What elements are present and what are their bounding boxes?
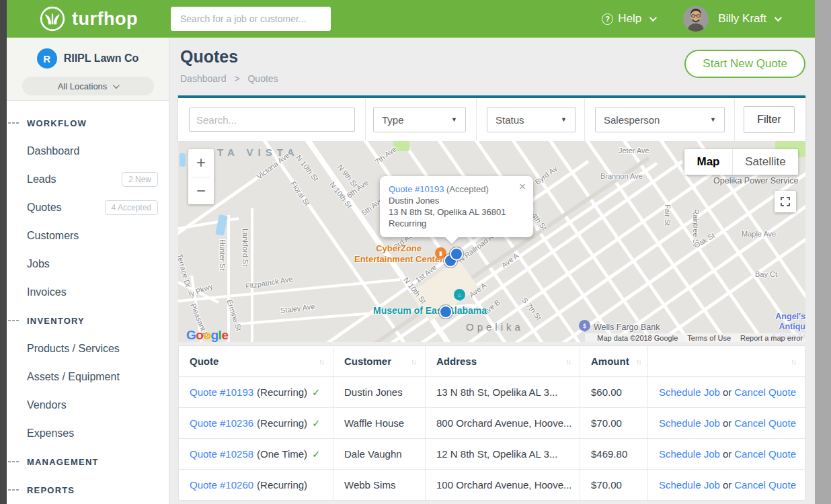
schedule-job-link[interactable]: Schedule Job [659, 386, 720, 398]
map-attribution: Map data ©2018 Google Terms of Use Repor… [585, 333, 805, 342]
quote-link[interactable]: Quote #10258 [190, 448, 253, 460]
quote-map-marker[interactable] [439, 305, 452, 319]
global-search-input[interactable] [171, 7, 331, 31]
sidebar-item-dashboard[interactable]: Dashboard [7, 137, 169, 165]
sidebar-item-quotes[interactable]: Quotes4 Accepted [7, 194, 169, 222]
sidebar-item-label: Products / Services [27, 343, 120, 355]
type-select-value: Type [382, 114, 404, 126]
table-row: Quote #10258(One Time)✓Dale Vaughn12 N 8… [179, 438, 805, 469]
breadcrumb-quotes: Quotes [247, 73, 278, 84]
filter-panel: Type ▼ Status ▼ Salesperson ▼ Filter [178, 95, 805, 141]
quotes-search-input[interactable] [189, 108, 355, 132]
status-badge: 4 Accepted [105, 200, 158, 215]
quote-amount: $70.00 [591, 417, 622, 429]
zoom-in-button[interactable]: + [188, 149, 214, 177]
help-menu[interactable]: ? Help [602, 12, 655, 26]
main-content: Quotes Dashboard > Quotes Start New Quot… [169, 38, 815, 504]
sidebar-item-label: Quotes [27, 202, 62, 214]
quote-map-marker[interactable] [450, 247, 463, 261]
cancel-quote-link[interactable]: Cancel Quote [734, 448, 796, 460]
quote-link[interactable]: Quote #10236 [190, 417, 253, 429]
close-icon[interactable]: × [519, 182, 526, 192]
map-canvas[interactable]: TA VISTAVictoria AveFloral StN 10th StN … [178, 141, 805, 342]
sidebar-item-assets-equipment[interactable]: Assets / Equipment [7, 363, 169, 391]
accepted-check-icon: ✓ [312, 448, 321, 460]
map-type-map-button[interactable]: Map [684, 149, 733, 175]
or-text: or [723, 417, 731, 429]
select-caret-icon: ▼ [710, 116, 716, 123]
quote-type: (Recurring) [257, 479, 307, 491]
breadcrumb-dashboard[interactable]: Dashboard [180, 73, 227, 84]
sidebar-item-label: Expenses [27, 427, 74, 439]
quote-link[interactable]: Quote #10260 [190, 479, 253, 491]
turfhop-logo[interactable]: turfhop [39, 5, 138, 32]
schedule-job-link[interactable]: Schedule Job [659, 479, 720, 491]
sidebar-item-leads[interactable]: Leads2 New [7, 165, 169, 194]
col-header-customer[interactable]: Customer [344, 355, 391, 367]
quote-type: (Recurring) [257, 386, 307, 398]
accepted-check-icon: ✓ [312, 386, 321, 398]
sidebar-item-expenses[interactable]: Expenses [7, 419, 169, 448]
salesperson-select[interactable]: Salesperson ▼ [595, 107, 725, 132]
sidebar-item-products-services[interactable]: Products / Services [7, 335, 169, 363]
filter-button[interactable]: Filter [744, 106, 795, 133]
section-dashes-icon [8, 461, 22, 462]
section-dashes-icon [8, 320, 22, 321]
sidebar-item-customers[interactable]: Customers [7, 222, 169, 250]
map-info-window: × Quote #10193 (Accepted) Dustin Jones 1… [380, 176, 533, 237]
type-select[interactable]: Type ▼ [373, 107, 466, 132]
section-dashes-icon [8, 489, 22, 491]
schedule-job-link[interactable]: Schedule Job [659, 417, 720, 429]
table-row: Quote #10193(Recurring)✓Dustin Jones13 N… [179, 376, 805, 407]
window-scrollbar-area[interactable] [815, 0, 831, 504]
col-header-address[interactable]: Address [436, 355, 477, 367]
google-logo[interactable]: Google [186, 328, 228, 342]
cancel-quote-link[interactable]: Cancel Quote [734, 479, 796, 491]
info-quote-status: (Accepted) [446, 184, 489, 194]
select-caret-icon: ▼ [451, 116, 457, 123]
sort-icon[interactable]: ↑↓ [565, 358, 570, 366]
chevron-down-icon [113, 82, 120, 89]
info-quote-link[interactable]: Quote #10193 [389, 184, 444, 194]
zoom-out-button[interactable]: − [188, 177, 214, 205]
sidebar-item-jobs[interactable]: Jobs [7, 250, 169, 278]
museum-pin-icon[interactable]: ⌂ [454, 289, 465, 300]
quote-amount: $469.80 [591, 448, 627, 460]
sort-icon[interactable]: ↑↓ [636, 358, 641, 366]
customer-name: Webb Sims [344, 479, 395, 491]
col-header-amount[interactable]: Amount [591, 355, 629, 367]
sidebar-item-vendors[interactable]: Vendors [7, 391, 169, 419]
fullscreen-button[interactable] [775, 191, 796, 212]
locations-selector[interactable]: All Locations [22, 77, 154, 95]
or-text: or [723, 479, 731, 491]
customer-name: Waffle House [344, 417, 404, 429]
status-select[interactable]: Status ▼ [487, 107, 576, 132]
cancel-quote-link[interactable]: Cancel Quote [734, 386, 796, 398]
sort-icon[interactable]: ↑↓ [791, 358, 795, 366]
cancel-quote-link[interactable]: Cancel Quote [734, 417, 796, 429]
section-label: MANAGEMENT [27, 457, 99, 467]
breadcrumb-separator: > [234, 73, 239, 84]
quote-link[interactable]: Quote #10193 [190, 386, 253, 398]
user-avatar[interactable] [683, 6, 709, 32]
help-label: Help [618, 12, 641, 26]
fullscreen-icon [781, 197, 790, 206]
company-logo: R [37, 48, 57, 69]
report-map-error-link[interactable]: Report a map error [740, 334, 803, 342]
map-type-satellite-button[interactable]: Satellite [733, 149, 798, 175]
user-name[interactable]: Billy Kraft [718, 12, 766, 26]
company-name: RIIPL Lawn Co [64, 52, 139, 65]
user-menu-chevron-icon[interactable] [775, 14, 782, 22]
sort-icon[interactable]: ↑↓ [411, 358, 416, 366]
start-new-quote-button[interactable]: Start New Quote [684, 50, 805, 78]
customer-name: Dale Vaughn [344, 448, 402, 460]
bank-pin-icon[interactable]: $ [579, 320, 590, 331]
help-icon: ? [602, 13, 613, 25]
info-frequency: Recurring [389, 218, 524, 229]
quote-type: (One Time) [257, 448, 307, 460]
sort-icon[interactable]: ↑↓ [319, 358, 323, 366]
schedule-job-link[interactable]: Schedule Job [659, 448, 720, 460]
sidebar-item-invoices[interactable]: Invoices [7, 278, 169, 306]
terms-of-use-link[interactable]: Terms of Use [687, 334, 731, 342]
col-header-quote[interactable]: Quote [190, 355, 219, 367]
